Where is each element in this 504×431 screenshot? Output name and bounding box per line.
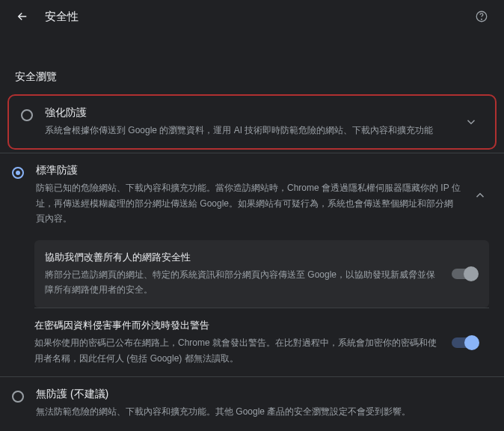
toggle-password-warn[interactable]: [452, 337, 477, 348]
help-icon: [475, 10, 488, 23]
section-label-safe-browsing: 安全瀏覽: [0, 33, 504, 91]
option-none-title: 無防護 (不建議): [36, 388, 488, 401]
chevron-down-icon: [464, 115, 478, 129]
sub-option-password-warn: 在密碼因資料侵害事件而外洩時發出警告 如果你使用的密碼已公布在網路上，Chrom…: [34, 308, 489, 376]
radio-none[interactable]: [12, 391, 24, 403]
expand-enhanced[interactable]: [464, 114, 479, 129]
sub-improve-desc: 將部分已造訪網頁的網址、特定的系統資訊和部分網頁內容傳送至 Google，以協助…: [45, 267, 441, 298]
page-title: 安全性: [45, 10, 79, 24]
option-enhanced[interactable]: 強化防護 系統會根據你傳送到 Google 的瀏覽資料，運用 AI 技術即時防範…: [9, 96, 495, 148]
collapse-standard[interactable]: [473, 188, 488, 203]
sub-option-improve-security: 協助我們改善所有人的網路安全性 將部分已造訪網頁的網址、特定的系統資訊和部分網頁…: [34, 240, 489, 308]
chevron-up-icon: [473, 189, 487, 202]
sub-password-title: 在密碼因資料侵害事件而外洩時發出警告: [34, 319, 441, 332]
radio-standard[interactable]: [12, 167, 24, 179]
toggle-improve-security[interactable]: [452, 269, 477, 279]
option-none-desc: 無法防範危險的網站、下載內容和擴充功能。其他 Google 產品的安全瀏覽設定不…: [36, 404, 488, 419]
option-standard-desc: 防範已知的危險網站、下載內容和擴充功能。當你造訪網站時，Chrome 會透過隱私…: [36, 180, 461, 226]
radio-enhanced[interactable]: [21, 109, 33, 121]
standard-sub-panel: 協助我們改善所有人的網路安全性 將部分已造訪網頁的網址、特定的系統資訊和部分網頁…: [34, 240, 489, 377]
svg-point-1: [482, 19, 482, 19]
sub-improve-title: 協助我們改善所有人的網路安全性: [45, 251, 441, 264]
option-enhanced-desc: 系統會根據你傳送到 Google 的瀏覽資料，運用 AI 技術即時防範危險的網站…: [45, 123, 452, 138]
option-enhanced-highlight: 強化防護 系統會根據你傳送到 Google 的瀏覽資料，運用 AI 技術即時防範…: [7, 94, 497, 150]
option-none[interactable]: 無防護 (不建議) 無法防範危險的網站、下載內容和擴充功能。其他 Google …: [0, 376, 504, 430]
back-button[interactable]: [15, 9, 30, 24]
option-standard[interactable]: 標準防護 防範已知的危險網站、下載內容和擴充功能。當你造訪網站時，Chrome …: [0, 153, 504, 236]
option-enhanced-title: 強化防護: [45, 106, 452, 120]
sub-password-desc: 如果你使用的密碼已公布在網路上，Chrome 就會發出警告。在比對過程中，系統會…: [34, 335, 441, 366]
option-standard-title: 標準防護: [36, 164, 461, 177]
arrow-left-icon: [16, 10, 29, 23]
help-button[interactable]: [474, 9, 489, 24]
